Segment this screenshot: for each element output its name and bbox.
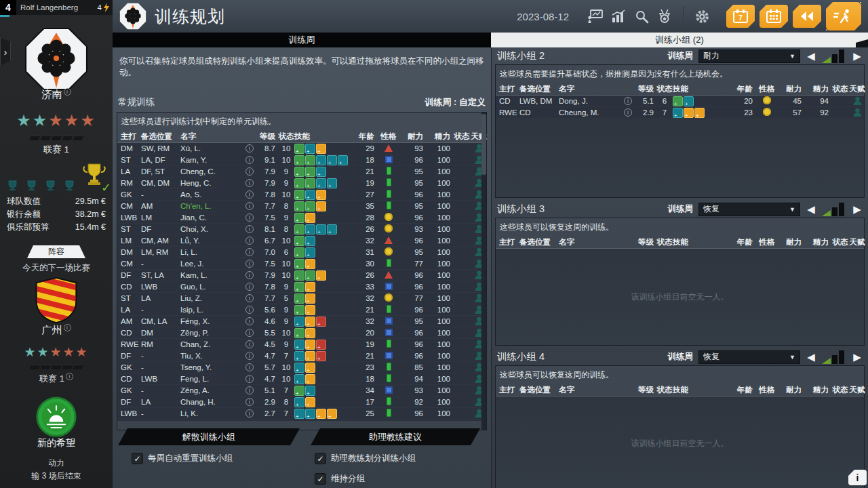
info-icon[interactable]: i bbox=[245, 156, 254, 164]
info-icon[interactable]: i bbox=[245, 317, 254, 325]
week-dropdown[interactable]: 恢复▼ bbox=[698, 203, 800, 216]
player-row[interactable]: LADF, STCheng, C.i7.992195100 bbox=[117, 166, 486, 178]
info-icon[interactable]: i bbox=[245, 202, 254, 210]
player-row[interactable]: STLA, DFKam, Y.i9.1101896100 bbox=[117, 155, 486, 166]
info-icon[interactable]: i bbox=[245, 190, 254, 199]
player-row[interactable]: GK-Ao, S.i7.8102796100 bbox=[117, 189, 486, 201]
player-row[interactable]: LMCM, AMLǚ, Y.i6.7103296100 bbox=[117, 235, 486, 247]
settings-gear-icon[interactable] bbox=[693, 7, 711, 25]
checkbox-assistant-split[interactable]: ✓ 助理教练划分训练小组 bbox=[315, 453, 416, 464]
player-row[interactable]: CDLWBGuo, L.i7.893396100 bbox=[117, 281, 486, 293]
player-row[interactable]: RWECDCheung, M.i2.97235792 bbox=[496, 107, 864, 119]
prev-arrow[interactable]: ◀ bbox=[806, 203, 816, 216]
cell-energy: 100 bbox=[426, 167, 453, 176]
info-icon[interactable]: i bbox=[245, 225, 254, 233]
player-row[interactable]: DFLAChang, H.i2.981792100 bbox=[117, 396, 486, 408]
player-row[interactable]: CDDMZēng, P.i5.5102096100 bbox=[117, 327, 486, 339]
checkbox-auto-reset[interactable]: ✓ 每周自动重置训练小组 bbox=[132, 453, 233, 464]
trophy-icon[interactable] bbox=[7, 180, 18, 191]
info-icon[interactable]: i bbox=[245, 306, 254, 314]
player-row[interactable]: STLALiu, Z.i7.753277100 bbox=[117, 293, 486, 304]
next-arrow[interactable]: ▶ bbox=[852, 50, 863, 62]
player-row[interactable]: DMLM, RMLi, L.i7.063195100 bbox=[117, 247, 486, 258]
week-dropdown[interactable]: 耐力▼ bbox=[698, 49, 800, 63]
skill-icon bbox=[673, 108, 683, 118]
search-icon[interactable] bbox=[633, 7, 650, 25]
opponent-name[interactable]: 广州 bbox=[42, 324, 62, 336]
column-header-stam: 耐力 bbox=[778, 237, 804, 247]
info-icon[interactable]: i bbox=[245, 352, 254, 360]
player-row[interactable]: CDLWB, DMDong, J.i5.16204594 bbox=[496, 96, 864, 107]
info-icon[interactable]: i bbox=[245, 214, 254, 222]
info-icon[interactable]: i bbox=[245, 363, 254, 371]
player-row[interactable]: RWERMChan, Z.i4.591996100 bbox=[117, 339, 486, 350]
info-icon[interactable]: i bbox=[624, 97, 632, 105]
info-icon[interactable]: i bbox=[245, 179, 254, 187]
next-arrow[interactable]: ▶ bbox=[852, 351, 863, 363]
info-icon[interactable]: i bbox=[64, 88, 71, 96]
trophy-icon[interactable] bbox=[45, 180, 56, 191]
stats-icon[interactable] bbox=[610, 7, 627, 25]
player-row[interactable]: GK-Tseng, Y.i5.7102385100 bbox=[117, 362, 486, 373]
info-icon[interactable]: i bbox=[245, 398, 254, 406]
awards-icon[interactable] bbox=[656, 7, 673, 25]
player-row[interactable]: GK-Zēng, A.i5.173493100 bbox=[117, 385, 486, 396]
player-row[interactable]: DFST, LAKam, L.i7.9102696100 bbox=[117, 270, 486, 281]
tactics-board-icon[interactable] bbox=[587, 7, 604, 25]
opponent-league[interactable]: 联赛 1 bbox=[39, 373, 64, 384]
player-row[interactable]: LWB-Li, K.i2.772596100 bbox=[117, 408, 486, 420]
info-icon[interactable]: i bbox=[245, 260, 254, 268]
info-icon[interactable]: i bbox=[245, 271, 254, 279]
week-dropdown[interactable]: 恢复▼ bbox=[698, 350, 800, 364]
player-row[interactable]: CM-Lee, J.i7.5103077100 bbox=[117, 258, 486, 270]
rewind-button[interactable] bbox=[793, 5, 821, 28]
player-row[interactable]: DF-Tiu, X.i4.772196100 bbox=[117, 350, 486, 362]
info-icon[interactable]: i bbox=[245, 294, 254, 302]
calendar-button[interactable] bbox=[760, 5, 788, 28]
player-row[interactable]: DMSW, RMXú, L.i8.7102993100 bbox=[117, 143, 486, 155]
player-row[interactable]: CMAMCh'en, L.i7.783595100 bbox=[117, 201, 486, 212]
go-to-date-button[interactable]: 7 bbox=[726, 5, 755, 28]
player-row[interactable]: RMCM, DMHeng, C.i7.991995100 bbox=[117, 178, 486, 189]
info-icon[interactable]: i bbox=[66, 373, 73, 380]
info-icon[interactable]: i bbox=[245, 283, 254, 291]
checkbox-keep-groups[interactable]: ✓ 维持分组 bbox=[315, 473, 365, 485]
cell-rating: 5.7 bbox=[258, 363, 278, 371]
trophy-icon[interactable] bbox=[64, 180, 75, 191]
dissolve-groups-button[interactable]: 解散训练小组 bbox=[118, 428, 300, 445]
next-arrow[interactable]: ▶ bbox=[852, 203, 863, 216]
player-row[interactable]: LA-Isip, L.i5.692196100 bbox=[117, 304, 486, 316]
player-row[interactable]: STDFChoi, X.i8.182693100 bbox=[117, 224, 486, 235]
player-row[interactable]: CDLWBFeng, L.i4.7101894100 bbox=[117, 373, 486, 385]
info-icon[interactable]: i bbox=[245, 329, 254, 337]
info-icon[interactable]: i bbox=[245, 248, 254, 256]
info-icon[interactable]: i bbox=[245, 167, 254, 176]
info-icon[interactable]: i bbox=[624, 108, 632, 117]
regular-week-value[interactable]: 训练周 : 自定义 bbox=[425, 96, 486, 108]
club-league[interactable]: 联赛 1 bbox=[0, 144, 113, 156]
info-icon[interactable]: i bbox=[245, 144, 254, 152]
prev-arrow[interactable]: ◀ bbox=[806, 351, 816, 363]
info-icon[interactable]: i bbox=[245, 386, 254, 394]
skill-icon bbox=[294, 259, 304, 269]
tab-training-week[interactable]: 训练周 bbox=[113, 33, 491, 47]
player-row[interactable]: AMCM, LAFéng, X.i4.693295100 bbox=[117, 316, 486, 327]
tab-training-groups[interactable]: 训练小组 (2) bbox=[491, 33, 868, 47]
info-icon[interactable]: i bbox=[245, 237, 254, 245]
info-icon[interactable]: i bbox=[245, 409, 254, 418]
info-icon[interactable]: i bbox=[245, 340, 254, 348]
info-icon[interactable]: i bbox=[245, 375, 254, 383]
club-name[interactable]: 济南 bbox=[42, 88, 62, 100]
prev-arrow[interactable]: ◀ bbox=[806, 50, 816, 62]
player-row[interactable]: LWBLMJian, C.i7.592896100 bbox=[117, 212, 486, 224]
opponent-crest[interactable] bbox=[0, 277, 113, 327]
confidence-logo[interactable] bbox=[0, 396, 113, 441]
club-crest[interactable] bbox=[0, 27, 113, 94]
trophy-icon[interactable] bbox=[26, 180, 37, 191]
info-icon[interactable]: i bbox=[64, 324, 71, 331]
manager-strip[interactable]: 4 Rolf Langenberg 4 bbox=[0, 0, 113, 15]
scrollbar[interactable] bbox=[481, 113, 486, 430]
continue-button[interactable] bbox=[826, 2, 861, 30]
squad-tab[interactable]: 阵容 bbox=[27, 245, 85, 258]
assistant-suggest-button[interactable]: 助理教练建议 bbox=[311, 428, 480, 445]
